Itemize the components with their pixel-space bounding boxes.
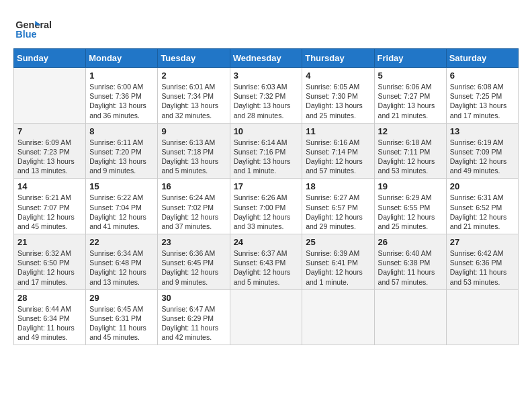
cell-info-text: Sunrise: 6:42 AM Sunset: 6:36 PM Dayligh… (450, 248, 515, 287)
cell-date-number: 25 (306, 237, 370, 247)
cell-info-text: Sunrise: 6:18 AM Sunset: 7:11 PM Dayligh… (378, 138, 443, 176)
cell-info-text: Sunrise: 6:34 AM Sunset: 6:48 PM Dayligh… (89, 248, 154, 287)
cell-date-number: 26 (378, 237, 443, 247)
cell-info-text: Sunrise: 6:24 AM Sunset: 7:02 PM Dayligh… (161, 193, 226, 231)
calendar-week-row: 1Sunrise: 6:00 AM Sunset: 7:36 PM Daylig… (14, 68, 519, 124)
cell-date-number: 3 (234, 71, 299, 81)
cell-info-text: Sunrise: 6:36 AM Sunset: 6:45 PM Dayligh… (161, 248, 226, 287)
logo: General Blue (13, 15, 67, 42)
cell-date-number: 21 (17, 237, 82, 247)
cell-date-number: 18 (306, 181, 370, 191)
calendar-cell: 25Sunrise: 6:39 AM Sunset: 6:41 PM Dayli… (302, 234, 374, 290)
calendar-cell: 21Sunrise: 6:32 AM Sunset: 6:50 PM Dayli… (14, 234, 86, 290)
cell-date-number: 8 (89, 126, 154, 136)
calendar-cell: 13Sunrise: 6:19 AM Sunset: 7:09 PM Dayli… (446, 123, 518, 179)
cell-date-number: 10 (234, 126, 299, 136)
cell-info-text: Sunrise: 6:22 AM Sunset: 7:04 PM Dayligh… (89, 193, 154, 231)
calendar-cell: 16Sunrise: 6:24 AM Sunset: 7:02 PM Dayli… (158, 179, 230, 234)
cell-date-number: 11 (306, 126, 370, 136)
cell-date-number: 23 (161, 237, 226, 247)
cell-date-number: 24 (234, 237, 299, 247)
cell-info-text: Sunrise: 6:21 AM Sunset: 7:07 PM Dayligh… (17, 193, 82, 231)
calendar-cell: 9Sunrise: 6:13 AM Sunset: 7:18 PM Daylig… (158, 123, 230, 179)
cell-info-text: Sunrise: 6:27 AM Sunset: 6:57 PM Dayligh… (306, 193, 370, 231)
weekday-header-sunday: Sunday (14, 49, 86, 68)
calendar-cell: 11Sunrise: 6:16 AM Sunset: 7:14 PM Dayli… (302, 123, 374, 179)
cell-date-number: 22 (89, 237, 154, 247)
calendar-cell: 10Sunrise: 6:14 AM Sunset: 7:16 PM Dayli… (230, 123, 302, 179)
cell-date-number: 5 (378, 71, 443, 81)
calendar-cell: 18Sunrise: 6:27 AM Sunset: 6:57 PM Dayli… (302, 179, 374, 234)
cell-date-number: 2 (161, 71, 226, 81)
cell-info-text: Sunrise: 6:00 AM Sunset: 7:36 PM Dayligh… (89, 82, 154, 120)
cell-info-text: Sunrise: 6:01 AM Sunset: 7:34 PM Dayligh… (161, 82, 226, 120)
calendar-cell: 1Sunrise: 6:00 AM Sunset: 7:36 PM Daylig… (86, 68, 158, 124)
cell-date-number: 28 (17, 293, 82, 303)
calendar-cell: 8Sunrise: 6:11 AM Sunset: 7:20 PM Daylig… (86, 123, 158, 179)
cell-date-number: 16 (161, 181, 226, 191)
cell-date-number: 4 (306, 71, 370, 81)
calendar-cell: 23Sunrise: 6:36 AM Sunset: 6:45 PM Dayli… (158, 234, 230, 290)
cell-info-text: Sunrise: 6:26 AM Sunset: 7:00 PM Dayligh… (234, 193, 299, 231)
cell-info-text: Sunrise: 6:16 AM Sunset: 7:14 PM Dayligh… (306, 138, 370, 176)
calendar-cell (374, 289, 446, 345)
cell-info-text: Sunrise: 6:37 AM Sunset: 6:43 PM Dayligh… (234, 248, 299, 287)
cell-date-number: 19 (378, 181, 443, 191)
calendar-cell: 4Sunrise: 6:05 AM Sunset: 7:30 PM Daylig… (302, 68, 374, 124)
weekday-header-tuesday: Tuesday (158, 49, 230, 68)
cell-date-number: 30 (161, 293, 226, 303)
weekday-header-wednesday: Wednesday (230, 49, 302, 68)
weekday-header-row: SundayMondayTuesdayWednesdayThursdayFrid… (14, 49, 519, 68)
calendar: SundayMondayTuesdayWednesdayThursdayFrid… (13, 48, 519, 345)
calendar-week-row: 28Sunrise: 6:44 AM Sunset: 6:34 PM Dayli… (14, 289, 519, 345)
cell-info-text: Sunrise: 6:06 AM Sunset: 7:27 PM Dayligh… (378, 82, 443, 120)
cell-date-number: 17 (234, 181, 299, 191)
cell-date-number: 1 (89, 71, 154, 81)
calendar-cell: 14Sunrise: 6:21 AM Sunset: 7:07 PM Dayli… (14, 179, 86, 234)
cell-info-text: Sunrise: 6:05 AM Sunset: 7:30 PM Dayligh… (306, 82, 370, 120)
calendar-cell: 12Sunrise: 6:18 AM Sunset: 7:11 PM Dayli… (374, 123, 446, 179)
cell-info-text: Sunrise: 6:08 AM Sunset: 7:25 PM Dayligh… (450, 82, 515, 120)
calendar-cell: 20Sunrise: 6:31 AM Sunset: 6:52 PM Dayli… (446, 179, 518, 234)
cell-info-text: Sunrise: 6:40 AM Sunset: 6:38 PM Dayligh… (378, 248, 443, 287)
cell-date-number: 14 (17, 181, 82, 191)
calendar-week-row: 7Sunrise: 6:09 AM Sunset: 7:23 PM Daylig… (14, 123, 519, 179)
calendar-cell: 3Sunrise: 6:03 AM Sunset: 7:32 PM Daylig… (230, 68, 302, 124)
cell-info-text: Sunrise: 6:47 AM Sunset: 6:29 PM Dayligh… (161, 304, 226, 342)
cell-info-text: Sunrise: 6:19 AM Sunset: 7:09 PM Dayligh… (450, 138, 515, 176)
cell-date-number: 12 (378, 126, 443, 136)
cell-info-text: Sunrise: 6:14 AM Sunset: 7:16 PM Dayligh… (234, 138, 299, 176)
cell-info-text: Sunrise: 6:13 AM Sunset: 7:18 PM Dayligh… (161, 138, 226, 176)
calendar-cell: 29Sunrise: 6:45 AM Sunset: 6:31 PM Dayli… (86, 289, 158, 345)
calendar-cell (302, 289, 374, 345)
calendar-cell: 15Sunrise: 6:22 AM Sunset: 7:04 PM Dayli… (86, 179, 158, 234)
calendar-cell: 2Sunrise: 6:01 AM Sunset: 7:34 PM Daylig… (158, 68, 230, 124)
cell-info-text: Sunrise: 6:11 AM Sunset: 7:20 PM Dayligh… (89, 138, 154, 176)
cell-info-text: Sunrise: 6:09 AM Sunset: 7:23 PM Dayligh… (17, 138, 82, 176)
cell-info-text: Sunrise: 6:03 AM Sunset: 7:32 PM Dayligh… (234, 82, 299, 120)
cell-info-text: Sunrise: 6:45 AM Sunset: 6:31 PM Dayligh… (89, 304, 154, 342)
cell-date-number: 9 (161, 126, 226, 136)
calendar-cell: 17Sunrise: 6:26 AM Sunset: 7:00 PM Dayli… (230, 179, 302, 234)
logo-icon: General Blue (13, 15, 67, 42)
calendar-cell: 19Sunrise: 6:29 AM Sunset: 6:55 PM Dayli… (374, 179, 446, 234)
weekday-header-monday: Monday (86, 49, 158, 68)
weekday-header-thursday: Thursday (302, 49, 374, 68)
cell-info-text: Sunrise: 6:44 AM Sunset: 6:34 PM Dayligh… (17, 304, 82, 342)
calendar-cell: 22Sunrise: 6:34 AM Sunset: 6:48 PM Dayli… (86, 234, 158, 290)
weekday-header-saturday: Saturday (446, 49, 518, 68)
cell-info-text: Sunrise: 6:31 AM Sunset: 6:52 PM Dayligh… (450, 193, 515, 231)
cell-info-text: Sunrise: 6:29 AM Sunset: 6:55 PM Dayligh… (378, 193, 443, 231)
calendar-cell (14, 68, 86, 124)
cell-date-number: 7 (17, 126, 82, 136)
calendar-week-row: 21Sunrise: 6:32 AM Sunset: 6:50 PM Dayli… (14, 234, 519, 290)
svg-text:Blue: Blue (15, 29, 36, 40)
cell-date-number: 6 (450, 71, 515, 81)
calendar-cell (230, 289, 302, 345)
cell-info-text: Sunrise: 6:39 AM Sunset: 6:41 PM Dayligh… (306, 248, 370, 287)
cell-date-number: 27 (450, 237, 515, 247)
calendar-cell (446, 289, 518, 345)
calendar-cell: 5Sunrise: 6:06 AM Sunset: 7:27 PM Daylig… (374, 68, 446, 124)
cell-date-number: 29 (89, 293, 154, 303)
calendar-week-row: 14Sunrise: 6:21 AM Sunset: 7:07 PM Dayli… (14, 179, 519, 234)
